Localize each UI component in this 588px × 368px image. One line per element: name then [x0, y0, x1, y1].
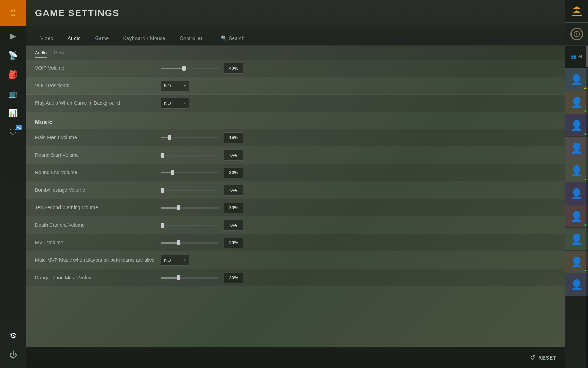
mvp-volume-slider[interactable]	[161, 242, 219, 244]
sidebar-item-stats[interactable]: 📊	[0, 103, 26, 123]
music-section-header: Music	[26, 112, 565, 129]
bomb-hostage-volume-thumb[interactable]	[161, 188, 164, 193]
voip-positional-control: NO ▾	[161, 81, 556, 91]
round-start-volume-control: 0%	[161, 150, 556, 161]
tv-icon: 📺	[8, 89, 18, 98]
main-menu-volume-slider[interactable]	[161, 137, 219, 138]
voip-positional-dropdown[interactable]: NO ▾	[161, 81, 189, 91]
csgo-logo[interactable]: CSGO	[0, 0, 26, 26]
play-audio-bg-value: NO	[164, 101, 171, 106]
setting-play-audio-bg: Play Audio When Game In Background NO ▾	[26, 95, 565, 112]
friend-avatar-9[interactable]: 👤	[565, 251, 588, 273]
search-icon: 🔍	[221, 35, 227, 41]
setting-death-camera-volume: Death Camera Volume 0%	[26, 217, 565, 234]
mvp-volume-control: 30%	[161, 238, 556, 248]
ten-second-warning-fill	[161, 207, 178, 209]
danger-zone-volume-slider[interactable]	[161, 277, 219, 279]
round-start-volume-label: Round Start Volume	[35, 152, 161, 158]
main-menu-volume-thumb[interactable]	[168, 135, 172, 140]
death-camera-volume-control: 0%	[161, 220, 556, 231]
tab-game[interactable]: Game	[88, 33, 116, 45]
play-audio-bg-dropdown[interactable]: NO ▾	[161, 98, 189, 109]
voip-volume-label: VOIP Volume	[35, 65, 161, 71]
sidebar-item-play[interactable]: ▶	[0, 26, 26, 46]
friend-avatar-2[interactable]: 👤	[565, 91, 588, 114]
round-start-volume-thumb[interactable]	[161, 153, 164, 158]
round-start-volume-slider[interactable]	[161, 155, 219, 156]
sidebar-item-power[interactable]: ⏻	[0, 345, 26, 364]
chevron-down-icon: ▾	[184, 258, 186, 262]
right-sidebar-target[interactable]	[565, 23, 588, 46]
sidebar-item-shield[interactable]: 🛡 +1	[0, 123, 26, 142]
bomb-hostage-volume-slider[interactable]	[161, 190, 219, 191]
voip-volume-control: 40%	[161, 63, 556, 74]
ten-second-warning-value: 30%	[224, 203, 243, 213]
mvp-volume-thumb[interactable]	[177, 240, 180, 245]
death-camera-volume-label: Death Camera Volume	[35, 222, 161, 228]
settings-panel: VOIP Volume 40% VOIP Positional NO ▾ Pla…	[26, 60, 565, 347]
bomb-hostage-volume-value: 0%	[224, 185, 243, 196]
sub-tab-music[interactable]: Music	[54, 48, 65, 57]
reset-label: RESET	[538, 355, 556, 361]
chevron-down-icon: ▾	[184, 101, 186, 105]
main-menu-volume-value: 15%	[224, 132, 243, 143]
sidebar-scrollbar[interactable]	[586, 46, 588, 368]
setting-bomb-hostage-volume: Bomb/Hostage Volume 0%	[26, 182, 565, 199]
voip-volume-slider[interactable]	[161, 68, 219, 69]
friend-avatar-3[interactable]: 👤	[565, 114, 588, 137]
round-end-volume-thumb[interactable]	[171, 170, 174, 175]
friends-count-row[interactable]: 👥 44	[565, 46, 588, 68]
right-sidebar-rank[interactable]	[565, 0, 588, 23]
right-sidebar: 👥 44 👤 👤 👤 👤 👤 👤 👤 👤 👤 👤	[565, 0, 588, 368]
setting-voip-volume: VOIP Volume 40%	[26, 60, 565, 77]
sidebar-item-tv[interactable]: 📺	[0, 84, 26, 103]
setting-round-start-volume: Round Start Volume 0%	[26, 146, 565, 164]
power-icon: ⏻	[9, 350, 17, 360]
mute-mvp-music-dropdown[interactable]: NO ▾	[161, 255, 189, 266]
friends-count: 44	[578, 54, 582, 59]
friend-avatar-6[interactable]: 👤	[565, 182, 588, 205]
friend-avatar-7[interactable]: 👤	[565, 205, 588, 228]
round-end-volume-label: Round End Volume	[35, 169, 161, 176]
ten-second-warning-label: Ten Second Warning Volume	[35, 204, 161, 211]
death-camera-volume-slider[interactable]	[161, 225, 219, 226]
death-camera-volume-thumb[interactable]	[161, 223, 164, 228]
sidebar-scrollbar-thumb[interactable]	[586, 46, 588, 67]
stats-icon: 📊	[8, 109, 18, 118]
danger-zone-volume-control: 30%	[161, 273, 556, 283]
setting-round-end-volume: Round End Volume 20%	[26, 164, 565, 182]
friend-avatar-5[interactable]: 👤	[565, 159, 588, 182]
setting-main-menu-volume: Main Menu Volume 15%	[26, 129, 565, 146]
search-label: Search	[229, 35, 244, 41]
voip-volume-thumb[interactable]	[182, 66, 186, 71]
round-start-volume-value: 0%	[224, 150, 243, 161]
round-end-volume-control: 20%	[161, 168, 556, 178]
main-menu-volume-label: Main Menu Volume	[35, 134, 161, 141]
footer: ↺ RESET	[26, 347, 565, 368]
setting-voip-positional: VOIP Positional NO ▾	[26, 77, 565, 95]
sidebar-item-inventory[interactable]: 🎒	[0, 65, 26, 84]
tab-video[interactable]: Video	[33, 33, 61, 45]
sidebar-item-broadcast[interactable]: 📡	[0, 46, 26, 65]
mute-mvp-music-control: NO ▾	[161, 255, 556, 266]
sidebar-item-settings[interactable]: ⚙	[0, 326, 26, 345]
inventory-icon: 🎒	[8, 70, 18, 79]
danger-zone-volume-thumb[interactable]	[177, 275, 180, 280]
sub-tab-audio[interactable]: Audio	[35, 48, 47, 57]
round-end-volume-slider[interactable]	[161, 172, 219, 173]
death-camera-volume-value: 0%	[224, 220, 243, 231]
setting-mvp-volume: MVP Volume 30%	[26, 234, 565, 252]
tab-controller[interactable]: Controller	[173, 33, 210, 45]
friend-avatar-4[interactable]: 👤	[565, 137, 588, 159]
ten-second-warning-thumb[interactable]	[177, 205, 180, 210]
reset-button[interactable]: ↺ RESET	[530, 354, 556, 362]
tab-keyboard-mouse[interactable]: Keyboard / Mouse	[116, 33, 173, 45]
bomb-hostage-volume-label: Bomb/Hostage Volume	[35, 187, 161, 193]
friend-avatar-8[interactable]: 👤	[565, 228, 588, 251]
tab-audio[interactable]: Audio	[61, 33, 88, 45]
friend-avatar-10[interactable]: 👤	[565, 273, 588, 296]
friend-avatar-1[interactable]: 👤	[565, 68, 588, 91]
nav-search[interactable]: 🔍 Search	[217, 33, 248, 45]
ten-second-warning-slider[interactable]	[161, 207, 219, 209]
bomb-hostage-volume-control: 0%	[161, 185, 556, 196]
